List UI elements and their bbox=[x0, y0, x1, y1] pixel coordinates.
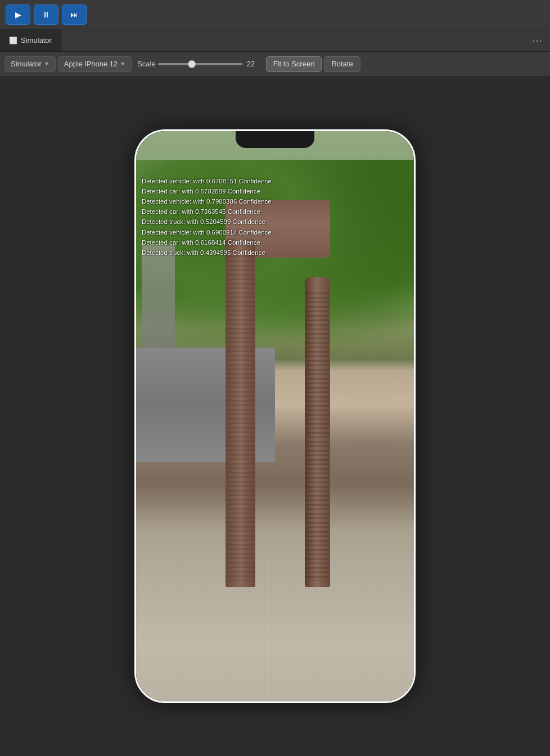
device-dropdown-chevron: ▼ bbox=[120, 61, 125, 67]
scale-slider-track bbox=[158, 63, 242, 65]
fit-to-screen-button[interactable]: Fit to Screen bbox=[266, 56, 322, 72]
detection-overlay: Detected vehicle: with 0.6708151 Confide… bbox=[142, 177, 272, 257]
detection-line-3: Detected vehicle: with 0.7980386 Confide… bbox=[142, 197, 272, 206]
scale-value: 22 bbox=[247, 60, 260, 68]
main-content: Detected vehicle: with 0.6708151 Confide… bbox=[0, 76, 550, 756]
sim-tabbar: ⬜ Simulator ⋯ bbox=[0, 29, 550, 52]
rotate-label: Rotate bbox=[331, 60, 353, 68]
detection-line-8: Detected truck: with 0.4394995 Confidenc… bbox=[142, 248, 272, 257]
pause-icon: ⏸ bbox=[42, 10, 50, 19]
simulator-dropdown-label: Simulator bbox=[11, 60, 42, 68]
simulator-dropdown-chevron: ▼ bbox=[44, 61, 49, 67]
top-toolbar: ▶ ⏸ ⏭ bbox=[0, 0, 550, 29]
play-button[interactable]: ▶ bbox=[6, 4, 30, 25]
simulator-tab-icon: ⬜ bbox=[9, 37, 17, 44]
detection-line-6: Detected vehicle: with 0.6900914 Confide… bbox=[142, 228, 272, 237]
detection-line-2: Detected car: with 0.5782889 Confidence bbox=[142, 187, 272, 196]
detection-line-7: Detected car: with 0.6168414 Confidence bbox=[142, 238, 272, 247]
simulator-tab[interactable]: ⬜ Simulator bbox=[0, 29, 61, 51]
simulator-dropdown[interactable]: Simulator ▼ bbox=[4, 56, 56, 72]
sim-controls-bar: Simulator ▼ Apple iPhone 12 ▼ Scale 22 F… bbox=[0, 52, 550, 76]
device-dropdown[interactable]: Apple iPhone 12 ▼ bbox=[58, 56, 132, 72]
more-button[interactable]: ⋯ bbox=[524, 29, 550, 51]
scale-label: Scale bbox=[137, 60, 156, 68]
scale-slider[interactable] bbox=[158, 63, 242, 65]
building bbox=[142, 245, 175, 359]
detection-line-5: Detected truck: with 0.5204599 Confidenc… bbox=[142, 217, 272, 226]
phone-screen: Detected vehicle: with 0.6708151 Confide… bbox=[136, 131, 414, 701]
detection-line-1: Detected vehicle: with 0.6708151 Confide… bbox=[142, 177, 272, 186]
phone-notch bbox=[236, 131, 314, 148]
phone-mockup: Detected vehicle: with 0.6708151 Confide… bbox=[134, 129, 416, 703]
more-icon: ⋯ bbox=[532, 34, 542, 47]
simulator-tab-label: Simulator bbox=[21, 36, 52, 44]
device-dropdown-label: Apple iPhone 12 bbox=[64, 60, 118, 68]
scale-slider-thumb bbox=[188, 60, 196, 68]
sculpture bbox=[219, 200, 336, 588]
pillar-left bbox=[226, 238, 256, 588]
play-icon: ▶ bbox=[15, 10, 21, 19]
pause-button[interactable]: ⏸ bbox=[34, 4, 58, 25]
fit-to-screen-label: Fit to Screen bbox=[273, 60, 315, 68]
skip-icon: ⏭ bbox=[70, 10, 78, 19]
detection-line-4: Detected car: with 0.7363545 Confidence bbox=[142, 207, 272, 216]
scale-slider-container: 22 bbox=[158, 60, 260, 68]
skip-button[interactable]: ⏭ bbox=[62, 4, 87, 25]
rotate-button[interactable]: Rotate bbox=[324, 56, 360, 72]
pillar-right bbox=[305, 277, 331, 588]
